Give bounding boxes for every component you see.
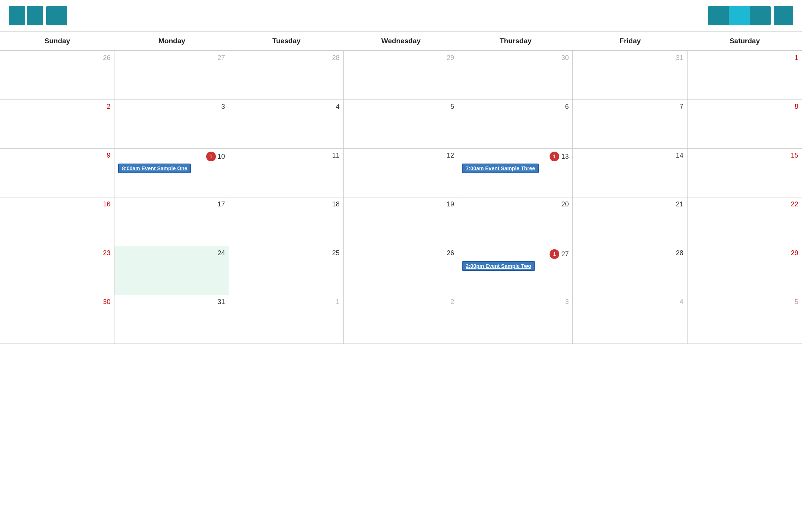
day-cell[interactable]: 15 <box>688 149 802 197</box>
day-number-wrap: 30 <box>462 54 569 62</box>
day-number-wrap: 23 <box>4 249 110 257</box>
day-cell[interactable]: 5 <box>344 100 458 148</box>
day-cell[interactable]: 30 <box>0 295 114 343</box>
week-row: 91108:00am Event Sample One11121137:00am… <box>0 149 802 197</box>
day-cell[interactable]: 21 <box>573 197 687 246</box>
day-cell[interactable]: 18 <box>229 197 344 246</box>
view-switcher <box>708 6 793 25</box>
day-number: 3 <box>565 298 569 306</box>
day-number-wrap: 31 <box>118 298 225 306</box>
day-number-wrap: 26 <box>4 54 110 62</box>
event-pill[interactable]: 7:00am Event Sample Three <box>462 164 539 173</box>
day-cell[interactable]: 26 <box>344 246 458 295</box>
next-button[interactable] <box>27 6 43 25</box>
day-number-wrap: 127 <box>462 249 569 259</box>
day-cell[interactable]: 5 <box>688 295 802 343</box>
day-cell[interactable]: 1272:00pm Event Sample Two <box>458 246 573 295</box>
week-row: 16171819202122 <box>0 197 802 246</box>
day-number: 10 <box>218 153 225 161</box>
event-pill[interactable]: 8:00am Event Sample One <box>118 164 191 173</box>
day-cell[interactable]: 20 <box>458 197 573 246</box>
day-cell[interactable]: 23 <box>0 246 114 295</box>
day-cell[interactable]: 27 <box>114 51 229 99</box>
day-cell[interactable]: 28 <box>229 51 344 99</box>
day-cell[interactable]: 2 <box>344 295 458 343</box>
week-row: 303112345 <box>0 295 802 344</box>
day-cell[interactable]: 1 <box>229 295 344 343</box>
day-number-wrap: 110 <box>118 152 225 161</box>
day-cell[interactable]: 3 <box>114 100 229 148</box>
day-number: 18 <box>332 200 340 208</box>
day-number: 4 <box>680 298 683 306</box>
day-number: 5 <box>795 298 798 306</box>
day-cell[interactable]: 31 <box>573 51 687 99</box>
day-cell[interactable]: 4 <box>229 100 344 148</box>
day-number-wrap: 9 <box>4 152 110 159</box>
day-number: 26 <box>447 249 454 257</box>
day-number-wrap: 24 <box>118 249 225 257</box>
prev-button[interactable] <box>9 6 25 25</box>
year-view-button[interactable] <box>708 6 729 25</box>
day-cell[interactable]: 4 <box>573 295 687 343</box>
day-number: 15 <box>791 152 798 159</box>
day-cell[interactable]: 7 <box>573 100 687 148</box>
day-number-wrap: 1 <box>233 298 340 306</box>
day-cell[interactable]: 1 <box>688 51 802 99</box>
day-number-wrap: 21 <box>576 200 683 208</box>
download-button[interactable] <box>774 6 793 25</box>
event-pill[interactable]: 2:00pm Event Sample Two <box>462 261 535 271</box>
day-cell[interactable]: 26 <box>0 51 114 99</box>
day-cell[interactable]: 2 <box>0 100 114 148</box>
day-cell[interactable]: 29 <box>688 246 802 295</box>
day-cell[interactable]: 8 <box>688 100 802 148</box>
day-number: 26 <box>103 54 110 62</box>
day-number-wrap: 113 <box>462 152 569 161</box>
week-view-button[interactable] <box>750 6 771 25</box>
day-cell[interactable]: 14 <box>573 149 687 197</box>
day-number: 9 <box>107 152 110 159</box>
day-number-wrap: 5 <box>347 103 454 111</box>
day-number-wrap: 6 <box>462 103 569 111</box>
day-number: 29 <box>791 249 798 257</box>
day-cell[interactable]: 19 <box>344 197 458 246</box>
day-number: 8 <box>795 103 798 111</box>
day-cell[interactable]: 25 <box>229 246 344 295</box>
day-number-wrap: 28 <box>576 249 683 257</box>
day-number: 24 <box>218 249 225 257</box>
day-cell[interactable]: 30 <box>458 51 573 99</box>
day-number-wrap: 15 <box>691 152 798 159</box>
day-number-wrap: 20 <box>462 200 569 208</box>
day-cell[interactable]: 22 <box>688 197 802 246</box>
day-cell[interactable]: 9 <box>0 149 114 197</box>
day-cell[interactable]: 1108:00am Event Sample One <box>114 149 229 197</box>
day-number-wrap: 4 <box>576 298 683 306</box>
day-cell[interactable]: 24 <box>114 246 229 295</box>
day-number: 12 <box>447 152 454 159</box>
day-cell[interactable]: 28 <box>573 246 687 295</box>
day-number-wrap: 30 <box>4 298 110 306</box>
event-badge: 1 <box>550 152 559 161</box>
day-cell[interactable]: 6 <box>458 100 573 148</box>
day-number-wrap: 11 <box>233 152 340 159</box>
day-number: 27 <box>218 54 225 62</box>
day-cell[interactable]: 31 <box>114 295 229 343</box>
day-cell[interactable]: 11 <box>229 149 344 197</box>
month-view-button[interactable] <box>729 6 750 25</box>
day-number: 31 <box>218 298 225 306</box>
day-number: 29 <box>447 54 454 62</box>
day-cell[interactable]: 16 <box>0 197 114 246</box>
day-cell[interactable]: 29 <box>344 51 458 99</box>
day-number-wrap: 3 <box>462 298 569 306</box>
day-number: 2 <box>107 103 110 111</box>
day-number: 13 <box>561 153 569 161</box>
day-cell[interactable]: 12 <box>344 149 458 197</box>
day-number-wrap: 25 <box>233 249 340 257</box>
day-number: 27 <box>561 250 569 258</box>
day-cell[interactable]: 3 <box>458 295 573 343</box>
day-cell[interactable]: 17 <box>114 197 229 246</box>
today-button[interactable] <box>46 6 67 25</box>
day-number-wrap: 28 <box>233 54 340 62</box>
day-cell[interactable]: 1137:00am Event Sample Three <box>458 149 573 197</box>
day-number-wrap: 4 <box>233 103 340 111</box>
day-number-wrap: 5 <box>691 298 798 306</box>
